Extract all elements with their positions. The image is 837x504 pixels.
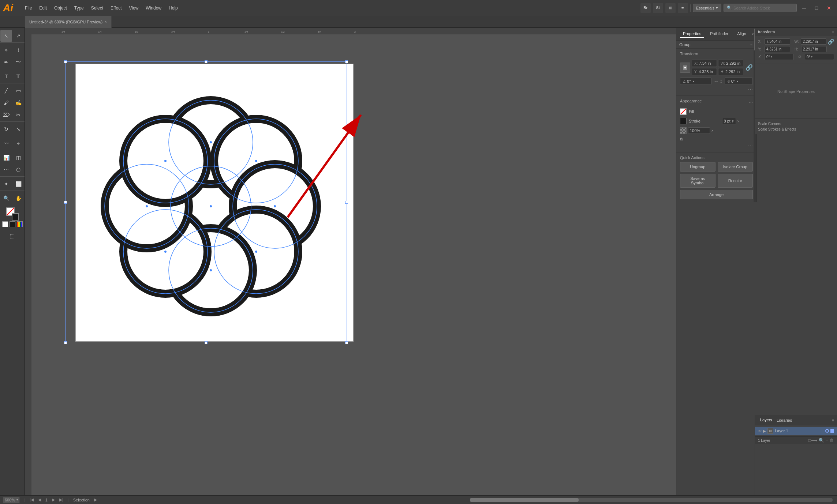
white-swatch[interactable] <box>2 221 8 227</box>
menu-object[interactable]: Object <box>51 4 70 12</box>
menu-file[interactable]: File <box>22 4 35 12</box>
arrange-button[interactable]: Arrange <box>680 190 753 199</box>
minimize-btn[interactable]: ─ <box>799 3 809 13</box>
rect-tool-btn[interactable]: ▭ <box>12 85 24 97</box>
scale-strokes-item[interactable]: Scale Strokes & Effects <box>758 127 834 132</box>
workspace-icon-btn[interactable]: ⊞ <box>665 3 676 13</box>
angle-field[interactable]: ∠ 0° ▾ <box>680 78 711 85</box>
blob-brush-btn[interactable]: ✍ <box>12 97 24 109</box>
transform-angle-input[interactable]: 0° ▾ <box>765 54 794 60</box>
menu-type[interactable]: Type <box>71 4 87 12</box>
transform-w-input[interactable]: 2.2917 in <box>801 38 826 45</box>
direct-selection-tool-btn[interactable]: ↗ <box>12 30 24 42</box>
layer-visibility-btn[interactable]: 👁 <box>758 429 762 433</box>
stroke-increment-btns[interactable]: ⬍ <box>731 119 734 123</box>
menu-window[interactable]: Window <box>143 4 164 12</box>
panel-more-btn[interactable]: ··· <box>750 42 754 47</box>
scale-corners-item[interactable]: Scale Corners <box>758 121 834 127</box>
menu-view[interactable]: View <box>126 4 142 12</box>
menu-edit[interactable]: Edit <box>36 4 50 12</box>
stroke-more-btn[interactable]: › <box>737 119 739 124</box>
layers-make-mask-btn[interactable]: □⟶ <box>808 438 817 443</box>
search-stock-box[interactable]: 🔍 <box>724 4 797 12</box>
angle-dropdown[interactable]: ▾ <box>693 80 694 83</box>
flip-h-btn[interactable]: ↔ <box>714 78 719 84</box>
pathfinder-tab[interactable]: Pathfinder <box>707 30 731 38</box>
nav-prev-btn[interactable]: ◀ <box>38 497 41 502</box>
eraser-tool-btn[interactable]: ⌦ <box>0 109 12 121</box>
handle-ml[interactable] <box>64 201 67 204</box>
selection-tool-btn[interactable]: ↖ <box>0 30 12 42</box>
horizontal-scrollbar-thumb[interactable] <box>470 498 579 502</box>
transform-link-btn[interactable]: 🔗 <box>828 39 834 45</box>
warp-tool-btn[interactable]: 〰 <box>0 138 12 149</box>
appearance-more-btn[interactable]: ··· <box>749 100 753 105</box>
status-arrow-btn[interactable]: ▶ <box>94 497 97 502</box>
type-tool-btn[interactable]: T <box>0 71 12 82</box>
fx-label[interactable]: fx <box>680 137 683 141</box>
canvas-content[interactable] <box>31 34 676 495</box>
curvature-tool-btn[interactable]: 〜 <box>12 56 24 68</box>
zoom-control[interactable]: 600% ▾ <box>3 497 20 503</box>
save-as-symbol-button[interactable]: Save as Symbol <box>680 174 715 188</box>
handle-bl[interactable] <box>64 341 67 344</box>
gradient-btn[interactable]: ◫ <box>12 152 24 163</box>
paintbrush-tool-btn[interactable]: 🖌 <box>0 97 12 109</box>
black-swatch[interactable] <box>10 221 15 227</box>
y-field[interactable]: Y: 4.325 in <box>692 68 717 75</box>
puppet-warp-btn[interactable]: ⌖ <box>12 138 24 149</box>
mesh-tool-btn[interactable]: ⋯ <box>0 164 12 176</box>
pen-tool-btn[interactable]: ✒ <box>0 56 12 68</box>
menu-help[interactable]: Help <box>166 4 181 12</box>
transform-h-input[interactable]: 2.2917 in <box>801 46 827 52</box>
transform-reference-btn[interactable] <box>680 63 690 73</box>
isolate-group-button[interactable]: Isolate Group <box>718 162 753 172</box>
shear-dropdown[interactable]: ▾ <box>737 80 738 83</box>
flip-v-btn[interactable]: ↕ <box>720 78 722 84</box>
magic-wand-tool-btn[interactable]: ✧ <box>0 44 12 56</box>
tab-close-btn[interactable]: × <box>105 20 107 24</box>
transform-panel-menu[interactable]: ≡ <box>832 30 834 34</box>
stroke-color-swatch[interactable] <box>680 118 687 124</box>
stock-icon-btn[interactable]: St <box>653 3 663 13</box>
rotate-tool-btn[interactable]: ↻ <box>0 123 12 135</box>
handle-tc[interactable] <box>205 60 208 63</box>
layer-expand-btn[interactable]: ▶ <box>763 429 766 433</box>
nav-last-btn[interactable]: ▶| <box>59 497 63 502</box>
properties-tab[interactable]: Properties <box>680 30 704 38</box>
change-screen-mode-btn[interactable]: ⬚ <box>7 230 18 242</box>
horizontal-scrollbar[interactable] <box>470 498 833 502</box>
nav-next-btn[interactable]: ▶ <box>52 497 55 502</box>
canvas-area[interactable]: 1/4 1/4 1/2 3/4 1 1/4 1/2 3/4 2 <box>25 28 676 495</box>
scissors-tool-btn[interactable]: ✂ <box>12 109 24 121</box>
constrain-btn[interactable]: 🔗 <box>746 64 753 71</box>
stroke-swatch[interactable] <box>12 213 19 221</box>
transform-x-input[interactable]: 7.3404 in <box>765 38 790 45</box>
stroke-input-group[interactable]: 8 pt ⬍ <box>722 118 736 124</box>
document-tab[interactable]: Untitled-3* @ 600% (RGB/GPU Preview) × <box>25 16 112 28</box>
layer-target-btn[interactable] <box>825 429 829 433</box>
transform-shear-dropdown[interactable]: ▾ <box>811 55 812 59</box>
shear-field[interactable]: ⊘ 0° ▾ <box>725 78 753 85</box>
close-btn[interactable]: ✕ <box>824 3 834 13</box>
essentials-dropdown[interactable]: Essentials ▾ <box>693 4 721 12</box>
lasso-tool-btn[interactable]: ⌇ <box>12 44 24 56</box>
line-tool-btn[interactable]: ╱ <box>0 85 12 97</box>
appearance-more-icon[interactable]: ··· <box>748 143 753 149</box>
layers-new-btn[interactable]: + <box>826 438 828 443</box>
zoom-dropdown-arrow[interactable]: ▾ <box>16 498 18 501</box>
libraries-tab[interactable]: Libraries <box>774 417 794 423</box>
scale-tool-btn[interactable]: ⤡ <box>12 123 24 135</box>
transform-y-input[interactable]: 4.3251 in <box>765 46 790 52</box>
layers-search-btn[interactable]: 🔍 <box>819 438 824 443</box>
layers-delete-btn[interactable]: 🗑 <box>830 438 834 443</box>
blend-tool-btn[interactable]: ⬡ <box>12 164 24 176</box>
layer-1-row[interactable]: 👁 ▶ ⊞ Layer 1 <box>755 427 837 435</box>
transform-shear-input[interactable]: 0° ▾ <box>805 54 834 60</box>
symbol-sprayer-btn[interactable]: ✦ <box>0 178 12 190</box>
transform-angle-dropdown[interactable]: ▾ <box>771 55 772 59</box>
layers-menu-btn[interactable]: ≡ <box>832 418 834 422</box>
search-stock-input[interactable] <box>733 6 788 10</box>
align-tab[interactable]: Align <box>734 30 749 38</box>
fill-color-swatch[interactable] <box>680 108 687 115</box>
